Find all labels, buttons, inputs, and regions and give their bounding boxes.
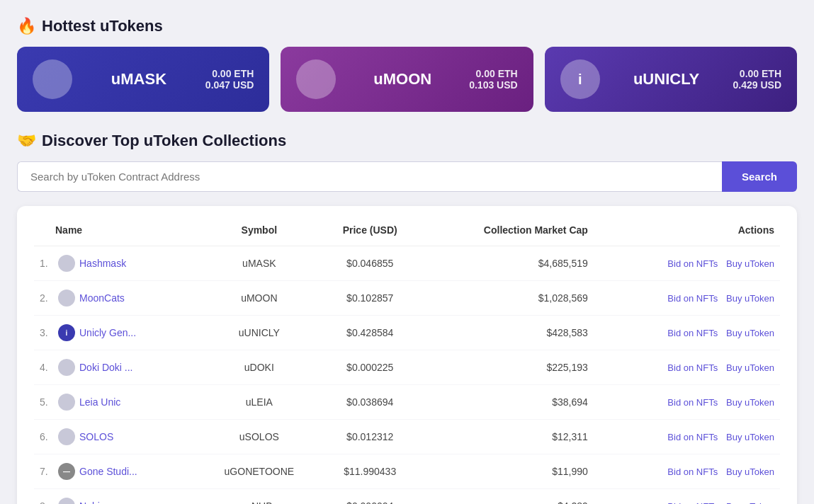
row-price: $0.012312: [320, 420, 419, 454]
token-prices-uunicly: 0.00 ETH 0.429 USD: [733, 68, 781, 91]
table-row: 3. i Unicly Gen... uUNICLY $0.428584 $42…: [34, 316, 780, 350]
token-name-umask: uMASK: [84, 70, 194, 88]
search-input[interactable]: [17, 161, 722, 192]
row-price: $11.990433: [320, 454, 419, 489]
row-market-cap: $11,990: [419, 454, 594, 489]
row-symbol: uGONETOONE: [198, 454, 321, 489]
row-actions: Bid on NFTs Buy uToken: [594, 489, 780, 505]
row-actions: Bid on NFTs Buy uToken: [594, 246, 780, 281]
row-symbol: uMASK: [198, 246, 321, 281]
row-actions: Bid on NFTs Buy uToken: [594, 350, 780, 385]
row-market-cap: $225,193: [419, 350, 594, 385]
buy-utoken-link[interactable]: Buy uToken: [726, 466, 774, 477]
discover-icon: 🤝: [17, 132, 36, 150]
row-market-cap: $1,028,569: [419, 281, 594, 316]
token-avatar-uunicly: i: [560, 59, 600, 99]
row-price: $0.102857: [320, 281, 419, 316]
row-market-cap: $38,694: [419, 385, 594, 420]
row-number: 8. Nubians: [34, 489, 198, 505]
row-avatar: [58, 394, 75, 411]
col-name: Name: [34, 217, 198, 246]
table-row: 5. Leia Unic uLEIA $0.038694 $38,694 Bid…: [34, 385, 780, 420]
row-actions: Bid on NFTs Buy uToken: [594, 420, 780, 454]
row-number: 6. SOLOS: [34, 420, 198, 454]
token-name-link[interactable]: Hashmask: [79, 258, 126, 269]
token-card-uunicly[interactable]: i uUNICLY 0.00 ETH 0.429 USD: [545, 47, 797, 112]
buy-utoken-link[interactable]: Buy uToken: [726, 501, 774, 504]
token-name-link[interactable]: MoonCats: [79, 292, 125, 304]
table-row: 6. SOLOS uSOLOS $0.012312 $12,311 Bid on…: [34, 420, 780, 454]
bid-on-nfts-link[interactable]: Bid on NFTs: [667, 362, 718, 373]
buy-utoken-link[interactable]: Buy uToken: [726, 293, 774, 304]
token-prices-umask: 0.00 ETH 0.047 USD: [205, 68, 254, 91]
buy-utoken-link[interactable]: Buy uToken: [726, 397, 774, 408]
token-name-link[interactable]: Nubians: [79, 500, 115, 504]
table-row: 1. Hashmask uMASK $0.046855 $4,685,519 B…: [34, 246, 780, 281]
row-number: 2. MoonCats: [34, 281, 198, 316]
row-symbol: uNUB: [198, 489, 321, 505]
row-price: $0.000004: [320, 489, 419, 505]
row-avatar: —: [58, 463, 75, 480]
token-name-umoon: uMOON: [347, 70, 458, 88]
discover-title: 🤝 Discover Top uToken Collections: [17, 132, 797, 150]
bid-on-nfts-link[interactable]: Bid on NFTs: [667, 501, 718, 504]
bid-on-nfts-link[interactable]: Bid on NFTs: [667, 432, 718, 442]
row-actions: Bid on NFTs Buy uToken: [594, 454, 780, 489]
buy-utoken-link[interactable]: Buy uToken: [726, 432, 774, 442]
table-row: 8. Nubians uNUB $0.000004 $4,289 Bid on …: [34, 489, 780, 505]
row-avatar: [58, 498, 75, 504]
buy-utoken-link[interactable]: Buy uToken: [726, 362, 774, 373]
row-symbol: uDOKI: [198, 350, 321, 385]
hottest-cards: uMASK 0.00 ETH 0.047 USD uMOON 0.00 ETH …: [17, 47, 797, 112]
row-symbol: uSOLOS: [198, 420, 321, 454]
buy-utoken-link[interactable]: Buy uToken: [726, 328, 774, 338]
bid-on-nfts-link[interactable]: Bid on NFTs: [667, 328, 718, 338]
table-row: 2. MoonCats uMOON $0.102857 $1,028,569 B…: [34, 281, 780, 316]
token-prices-umoon: 0.00 ETH 0.103 USD: [469, 68, 517, 91]
col-symbol: Symbol: [198, 217, 321, 246]
row-market-cap: $12,311: [419, 420, 594, 454]
token-name-link[interactable]: Doki Doki ...: [79, 362, 132, 373]
token-card-umoon[interactable]: uMOON 0.00 ETH 0.103 USD: [281, 47, 533, 112]
row-actions: Bid on NFTs Buy uToken: [594, 281, 780, 316]
bid-on-nfts-link[interactable]: Bid on NFTs: [667, 293, 718, 304]
token-name-link[interactable]: Unicly Gen...: [79, 327, 136, 338]
table-row: 7. — Gone Studi... uGONETOONE $11.990433…: [34, 454, 780, 489]
row-actions: Bid on NFTs Buy uToken: [594, 316, 780, 350]
row-avatar: [58, 359, 75, 376]
row-symbol: uLEIA: [198, 385, 321, 420]
row-number: 4. Doki Doki ...: [34, 350, 198, 385]
row-actions: Bid on NFTs Buy uToken: [594, 385, 780, 420]
bid-on-nfts-link[interactable]: Bid on NFTs: [667, 466, 718, 477]
row-market-cap: $4,289: [419, 489, 594, 505]
row-price: $0.000225: [320, 350, 419, 385]
search-button[interactable]: Search: [722, 161, 797, 192]
row-market-cap: $4,685,519: [419, 246, 594, 281]
row-avatar: i: [58, 324, 75, 341]
token-name-link[interactable]: Leia Unic: [79, 396, 120, 408]
col-market-cap: Collection Market Cap: [419, 217, 594, 246]
table-row: 4. Doki Doki ... uDOKI $0.000225 $225,19…: [34, 350, 780, 385]
collections-table-container: Name Symbol Price (USD) Collection Marke…: [17, 206, 797, 504]
row-price: $0.038694: [320, 385, 419, 420]
collections-table: Name Symbol Price (USD) Collection Marke…: [34, 217, 780, 504]
token-avatar-umoon: [296, 59, 336, 99]
buy-utoken-link[interactable]: Buy uToken: [726, 258, 774, 269]
token-card-umask[interactable]: uMASK 0.00 ETH 0.047 USD: [17, 47, 269, 112]
row-symbol: uMOON: [198, 281, 321, 316]
bid-on-nfts-link[interactable]: Bid on NFTs: [667, 258, 718, 269]
token-name-link[interactable]: Gone Studi...: [79, 466, 137, 477]
hottest-title: 🔥 Hottest uTokens: [17, 17, 797, 35]
bid-on-nfts-link[interactable]: Bid on NFTs: [667, 397, 718, 408]
row-symbol: uUNICLY: [198, 316, 321, 350]
fire-icon: 🔥: [17, 17, 36, 35]
row-avatar: [58, 255, 75, 272]
row-avatar: [58, 428, 75, 445]
discover-section: 🤝 Discover Top uToken Collections Search: [17, 132, 797, 192]
row-market-cap: $428,583: [419, 316, 594, 350]
row-number: 7. — Gone Studi...: [34, 454, 198, 489]
row-price: $0.046855: [320, 246, 419, 281]
row-number: 1. Hashmask: [34, 246, 198, 281]
token-name-link[interactable]: SOLOS: [79, 431, 113, 442]
row-price: $0.428584: [320, 316, 419, 350]
